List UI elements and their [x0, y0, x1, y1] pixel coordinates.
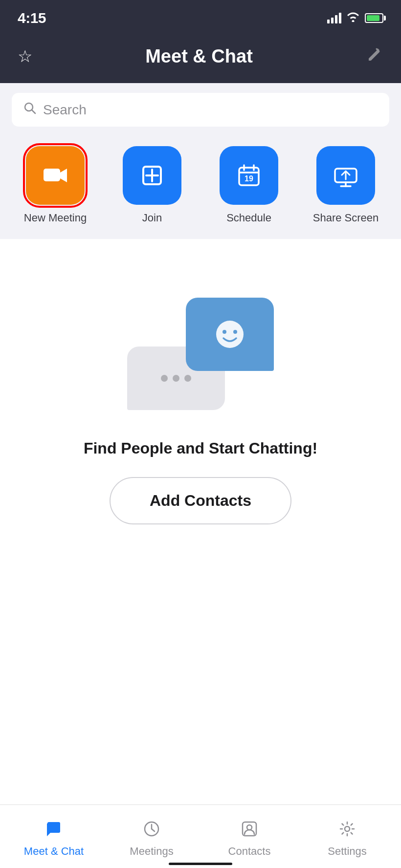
share-screen-button[interactable]	[316, 146, 375, 205]
signal-icon	[327, 13, 341, 23]
meet-chat-icon	[45, 821, 62, 841]
smiley-icon	[213, 317, 247, 351]
svg-point-23	[247, 825, 252, 830]
tab-meet-chat[interactable]: Meet & Chat	[5, 821, 103, 858]
home-indicator	[169, 863, 232, 865]
favorite-icon[interactable]: ☆	[18, 46, 32, 66]
status-bar: 4:15	[0, 0, 401, 34]
new-meeting-button[interactable]	[26, 146, 85, 205]
search-placeholder-text: Search	[43, 102, 87, 118]
search-bar[interactable]: Search	[12, 93, 389, 127]
tab-contacts-label: Contacts	[228, 845, 271, 858]
svg-point-24	[345, 826, 350, 831]
chat-illustration	[127, 298, 274, 415]
status-icons	[327, 11, 383, 25]
tab-contacts[interactable]: Contacts	[200, 821, 298, 858]
status-time: 4:15	[18, 10, 46, 26]
svg-point-16	[216, 321, 244, 348]
tab-settings-label: Settings	[328, 845, 367, 858]
svg-point-18	[233, 330, 237, 334]
new-meeting-item[interactable]: New Meeting	[12, 146, 99, 224]
schedule-item[interactable]: 19 Schedule	[205, 146, 292, 224]
tab-meetings[interactable]: Meetings	[103, 821, 200, 858]
settings-icon	[339, 821, 356, 841]
svg-rect-3	[44, 169, 60, 181]
add-contacts-button[interactable]: Add Contacts	[110, 477, 291, 524]
dot-2	[173, 375, 179, 382]
dot-3	[184, 375, 191, 382]
actions-row: New Meeting Join 19 Schedule	[0, 136, 401, 239]
wifi-icon	[346, 11, 360, 25]
main-content: Find People and Start Chatting! Add Cont…	[0, 239, 401, 679]
new-meeting-label: New Meeting	[24, 212, 87, 224]
svg-point-17	[223, 330, 226, 334]
meetings-icon	[143, 821, 160, 841]
battery-icon	[365, 13, 383, 23]
tab-bar: Meet & Chat Meetings Contacts	[0, 804, 401, 868]
dot-1	[161, 375, 168, 382]
join-label: Join	[142, 212, 162, 224]
tab-settings[interactable]: Settings	[298, 821, 396, 858]
search-container: Search	[0, 83, 401, 136]
chat-bubble-blue	[186, 298, 274, 371]
svg-text:19: 19	[245, 174, 253, 183]
share-screen-item[interactable]: Share Screen	[302, 146, 389, 224]
tab-meetings-label: Meetings	[130, 845, 173, 858]
page-title: Meet & Chat	[145, 46, 253, 67]
join-button[interactable]	[123, 146, 181, 205]
join-item[interactable]: Join	[109, 146, 196, 224]
schedule-button[interactable]: 19	[220, 146, 278, 205]
find-people-title: Find People and Start Chatting!	[84, 439, 317, 457]
tab-meet-chat-label: Meet & Chat	[24, 845, 84, 858]
share-screen-label: Share Screen	[313, 212, 379, 224]
svg-line-2	[32, 110, 35, 113]
svg-line-21	[152, 829, 155, 831]
schedule-label: Schedule	[226, 212, 271, 224]
edit-icon[interactable]	[366, 46, 383, 67]
nav-bar: ☆ Meet & Chat	[0, 34, 401, 83]
contacts-icon	[241, 821, 258, 841]
search-icon	[23, 102, 36, 118]
